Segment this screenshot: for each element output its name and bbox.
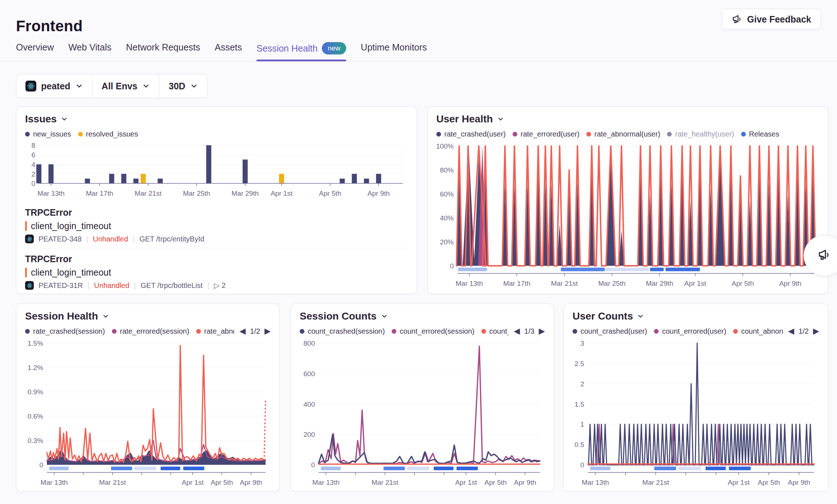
legend-page-indicator: 1/2 xyxy=(798,327,809,336)
svg-text:Mar 17th: Mar 17th xyxy=(503,280,530,287)
date-range-selector[interactable]: 30D xyxy=(159,74,207,98)
legend-item[interactable]: new_issues xyxy=(25,130,71,138)
issues-widget-selector[interactable]: Issues xyxy=(25,113,408,125)
tab-network-requests[interactable]: Network Requests xyxy=(126,42,200,59)
svg-text:1.5: 1.5 xyxy=(575,401,584,408)
error-level-bar xyxy=(25,221,27,231)
svg-text:Apr 5th: Apr 5th xyxy=(758,479,780,486)
legend-item[interactable]: count_crashed(session) xyxy=(300,327,385,336)
svg-text:Apr 9th: Apr 9th xyxy=(514,479,536,486)
chevron-down-icon xyxy=(190,82,198,90)
tab-web-vitals[interactable]: Web Vitals xyxy=(68,42,112,59)
new-badge: new xyxy=(322,42,346,54)
user-counts-legend-row: count_crashed(user)count_errored(user)co… xyxy=(573,326,819,337)
legend-item[interactable]: rate_crashed(user) xyxy=(436,130,506,138)
svg-text:0: 0 xyxy=(31,180,35,187)
legend-item[interactable]: count_errored(user) xyxy=(654,327,726,336)
page-filter-bar: peated All Envs 30D xyxy=(16,74,207,98)
user-health-chart: 100%80%60%40%20%0Mar 13thMar 17thMar 21s… xyxy=(436,142,820,291)
session-health-widget-selector[interactable]: Session Health xyxy=(25,310,271,322)
environment-selector[interactable]: All Envs xyxy=(92,74,159,98)
legend-dot xyxy=(573,329,577,334)
tab-label: Overview xyxy=(16,42,54,53)
svg-text:400: 400 xyxy=(303,401,315,408)
legend-item[interactable]: count_abnorm xyxy=(733,327,783,336)
react-project-icon xyxy=(25,235,34,243)
svg-text:0.5: 0.5 xyxy=(575,441,584,448)
legend-page-indicator: 1/2 xyxy=(250,327,260,336)
issues-bar-chart: 86420Mar 13thMar 17thMar 21stMar 25thMar… xyxy=(25,142,409,201)
legend-item[interactable]: rate_healthy(user) xyxy=(667,130,734,138)
legend-dot xyxy=(654,329,659,334)
legend-dot xyxy=(667,132,672,137)
meta-divider: | xyxy=(134,281,136,290)
issue-transaction: GET /trpc/entityById xyxy=(140,235,205,243)
legend-next-arrow[interactable]: ▶ xyxy=(813,327,819,335)
user-health-widget-selector[interactable]: User Health xyxy=(436,113,819,125)
issue-row[interactable]: TRPCErrorclient_login_timeoutPEATED-348|… xyxy=(25,202,408,248)
project-selector[interactable]: peated xyxy=(16,74,92,98)
svg-text:0.9%: 0.9% xyxy=(28,388,43,396)
chevron-down-icon xyxy=(381,313,388,320)
date-range-value: 30D xyxy=(169,81,185,92)
issue-short-id: PEATED-348 xyxy=(39,235,82,243)
legend-prev-arrow[interactable]: ◀ xyxy=(788,327,794,335)
tab-uptime-monitors[interactable]: Uptime Monitors xyxy=(361,42,427,59)
tab-overview[interactable]: Overview xyxy=(16,42,54,59)
legend-item[interactable]: rate_abnorr xyxy=(196,327,234,336)
tab-label: Assets xyxy=(215,42,242,53)
user-health-legend-row: rate_crashed(user)rate_errored(user)rate… xyxy=(436,129,819,139)
legend-label: rate_errored(session) xyxy=(120,327,189,336)
svg-text:Mar 13th: Mar 13th xyxy=(37,190,65,197)
legend-item[interactable]: rate_abnormal(user) xyxy=(586,130,660,138)
chevron-down-icon xyxy=(61,115,68,123)
legend-dot xyxy=(25,329,30,334)
react-project-icon xyxy=(25,281,34,290)
legend-item[interactable]: count_a xyxy=(481,327,509,336)
legend-item[interactable]: resolved_issues xyxy=(78,130,138,138)
svg-text:Mar 21st: Mar 21st xyxy=(99,479,126,486)
legend-label: resolved_issues xyxy=(86,130,138,138)
svg-text:2: 2 xyxy=(580,380,584,388)
svg-text:Apr 1st: Apr 1st xyxy=(182,479,204,486)
legend-prev-arrow[interactable]: ◀ xyxy=(239,327,246,335)
give-feedback-button[interactable]: Give Feedback xyxy=(722,9,821,30)
session-counts-legend-row: count_crashed(session)count_errored(sess… xyxy=(300,326,545,337)
svg-text:Mar 21st: Mar 21st xyxy=(642,479,670,486)
legend-item[interactable]: rate_errored(user) xyxy=(513,130,579,138)
svg-text:Mar 25th: Mar 25th xyxy=(598,280,626,287)
legend-item[interactable]: rate_crashed(session) xyxy=(25,327,105,336)
legend-item[interactable]: count_errored(session) xyxy=(392,327,474,336)
legend-item[interactable]: count_crashed(user) xyxy=(573,327,647,336)
legend-next-arrow[interactable]: ▶ xyxy=(539,327,545,335)
session-counts-widget-selector[interactable]: Session Counts xyxy=(300,310,545,322)
legend-item[interactable]: rate_errored(session) xyxy=(112,327,189,336)
legend-item[interactable]: Releases xyxy=(741,130,779,138)
legend-label: new_issues xyxy=(33,130,71,138)
issue-events-count: ▷ 2 xyxy=(214,281,226,290)
session-health-legend: rate_crashed(session)rate_errored(sessio… xyxy=(25,327,234,336)
give-feedback-label: Give Feedback xyxy=(747,14,811,25)
user-counts-panel-title: User Counts xyxy=(573,310,633,322)
meta-divider: | xyxy=(86,235,88,243)
issue-title[interactable]: TRPCError xyxy=(25,207,408,218)
tab-assets[interactable]: Assets xyxy=(215,42,242,59)
svg-text:800: 800 xyxy=(303,340,315,347)
svg-text:Apr 5th: Apr 5th xyxy=(319,190,341,197)
issue-row[interactable]: TRPCErrorclient_login_timeoutPEATED-31R|… xyxy=(25,248,408,294)
error-level-bar xyxy=(25,268,27,277)
issue-title[interactable]: TRPCError xyxy=(25,254,408,264)
legend-next-arrow[interactable]: ▶ xyxy=(264,327,271,335)
megaphone-icon xyxy=(732,14,743,25)
svg-text:Apr 1st: Apr 1st xyxy=(455,479,477,486)
session-health-panel-title: Session Health xyxy=(25,310,98,322)
tab-session-health[interactable]: Session Healthnew xyxy=(256,42,346,61)
legend-prev-arrow[interactable]: ◀ xyxy=(514,327,520,335)
svg-text:1: 1 xyxy=(580,420,584,428)
tab-label: Web Vitals xyxy=(68,42,112,53)
issue-unhandled-tag: Unhandled xyxy=(93,235,128,243)
user-counts-widget-selector[interactable]: User Counts xyxy=(573,310,819,322)
svg-text:Mar 13th: Mar 13th xyxy=(456,280,483,287)
legend-pager: ◀ 1/3 ▶ xyxy=(514,327,545,336)
tab-label: Uptime Monitors xyxy=(361,42,427,53)
